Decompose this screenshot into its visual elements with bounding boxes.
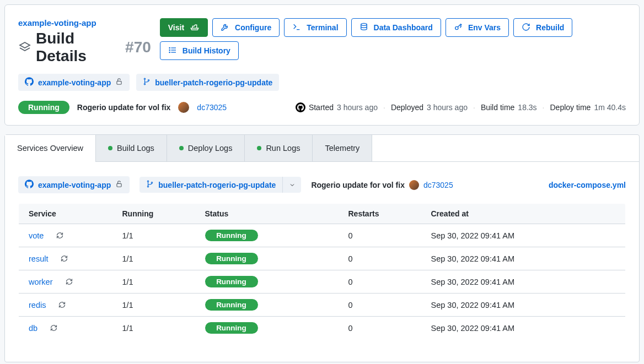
tab-telemetry[interactable]: Telemetry xyxy=(313,135,372,161)
status-pill: Running xyxy=(205,299,258,311)
data-dashboard-button[interactable]: Data Dashboard xyxy=(351,18,441,37)
cell-running: 1/1 xyxy=(112,317,195,340)
cell-restarts: 0 xyxy=(339,224,421,247)
github-icon xyxy=(25,180,34,190)
cell-running: 1/1 xyxy=(112,270,195,294)
compose-file-link[interactable]: docker-compose.yml xyxy=(549,181,626,189)
cell-restarts: 0 xyxy=(339,270,421,294)
services-card: Services Overview Build Logs Deploy Logs… xyxy=(4,134,640,362)
svg-rect-10 xyxy=(117,81,121,84)
github-avatar-icon xyxy=(296,102,305,112)
status-badge: Running xyxy=(18,101,69,114)
service-link[interactable]: vote xyxy=(29,231,44,240)
title-block: example-voting-app Build Details #70 xyxy=(18,18,151,65)
branch-icon xyxy=(146,180,154,189)
table-row: redis1/1Running0Sep 30, 2022 09:41 AM xyxy=(19,294,626,317)
service-link[interactable]: result xyxy=(29,254,48,263)
svg-point-16 xyxy=(148,186,149,187)
filter-commit-hash-link[interactable]: dc73025 xyxy=(423,181,453,189)
rebuild-button[interactable]: Rebuild xyxy=(513,18,572,37)
unlock-icon xyxy=(115,180,123,189)
filter-row: example-voting-app bueller-patch-rogerio… xyxy=(18,176,626,193)
repo-branch-row: example-voting-app bueller-patch-rogerio… xyxy=(18,74,626,91)
visit-button[interactable]: Visit xyxy=(160,18,208,37)
status-pill: Running xyxy=(205,230,258,241)
cell-running: 1/1 xyxy=(112,294,195,317)
configure-button[interactable]: Configure xyxy=(212,18,280,37)
database-icon xyxy=(359,23,368,33)
cell-created: Sep 30, 2022 09:41 AM xyxy=(421,294,626,317)
list-icon xyxy=(168,46,177,56)
unlock-icon xyxy=(115,78,123,87)
repo-pill[interactable]: example-voting-app xyxy=(18,74,130,91)
table-row: worker1/1Running0Sep 30, 2022 09:41 AM xyxy=(19,270,626,294)
filter-commit-info: Rogerio update for vol fix dc73025 xyxy=(311,180,453,190)
cell-restarts: 0 xyxy=(339,294,421,317)
wrench-icon xyxy=(221,23,229,33)
sync-icon[interactable] xyxy=(50,324,58,332)
timing-info: Started 3 hours ago · Deployed3 hours ag… xyxy=(296,102,626,112)
th-created: Created at xyxy=(421,204,626,224)
svg-rect-14 xyxy=(117,183,121,187)
status-dot-icon xyxy=(257,146,261,150)
service-link[interactable]: worker xyxy=(29,278,53,286)
sync-icon[interactable] xyxy=(65,278,73,286)
table-row: result1/1Running0Sep 30, 2022 09:41 AM xyxy=(19,247,626,270)
author-avatar xyxy=(178,102,189,113)
author-avatar xyxy=(409,180,419,190)
app-link[interactable]: example-voting-app xyxy=(18,18,96,28)
svg-point-9 xyxy=(169,52,170,52)
chevron-down-icon[interactable] xyxy=(282,177,301,193)
commit-message: Rogerio update for vol fix xyxy=(77,103,171,112)
svg-point-17 xyxy=(152,182,153,183)
sync-icon[interactable] xyxy=(60,254,68,263)
service-link[interactable]: db xyxy=(29,324,37,333)
cell-created: Sep 30, 2022 09:41 AM xyxy=(421,270,626,294)
meta-row: Running Rogerio update for vol fix dc730… xyxy=(18,101,626,114)
status-pill: Running xyxy=(205,276,258,287)
status-pill: Running xyxy=(205,322,258,334)
tab-bar: Services Overview Build Logs Deploy Logs… xyxy=(5,135,639,162)
key-icon xyxy=(454,23,463,33)
build-header-card: example-voting-app Build Details #70 Vis… xyxy=(4,4,640,126)
svg-marker-0 xyxy=(20,42,30,48)
build-history-button[interactable]: Build History xyxy=(160,41,239,60)
status-dot-icon xyxy=(108,146,112,150)
cell-created: Sep 30, 2022 09:41 AM xyxy=(421,317,626,340)
terminal-button[interactable]: Terminal xyxy=(284,18,346,37)
env-vars-button[interactable]: Env Vars xyxy=(446,18,509,37)
terminal-icon xyxy=(292,23,301,33)
cell-running: 1/1 xyxy=(112,247,195,270)
build-number: #70 xyxy=(125,39,151,56)
svg-point-12 xyxy=(144,84,146,85)
filter-repo-pill[interactable]: example-voting-app xyxy=(18,176,130,193)
cell-running: 1/1 xyxy=(112,224,195,247)
table-row: vote1/1Running0Sep 30, 2022 09:41 AM xyxy=(19,224,626,247)
svg-point-7 xyxy=(169,47,170,48)
table-row: db1/1Running0Sep 30, 2022 09:41 AM xyxy=(19,317,626,340)
sync-icon[interactable] xyxy=(56,231,64,240)
action-bar: Visit Configure Terminal xyxy=(160,18,626,60)
cell-created: Sep 30, 2022 09:41 AM xyxy=(421,247,626,270)
commit-hash-link[interactable]: dc73025 xyxy=(197,103,227,112)
tab-run-logs[interactable]: Run Logs xyxy=(245,135,313,161)
svg-point-2 xyxy=(361,23,367,25)
service-link[interactable]: redis xyxy=(29,301,46,309)
page-title: Build Details #70 xyxy=(18,30,151,65)
cell-restarts: 0 xyxy=(339,247,421,270)
status-pill: Running xyxy=(205,253,258,264)
th-status: Status xyxy=(195,204,339,224)
tab-build-logs[interactable]: Build Logs xyxy=(96,135,167,161)
filter-branch-select[interactable]: bueller-patch-rogerio-pg-update xyxy=(139,177,301,193)
branch-icon xyxy=(143,78,151,87)
sync-icon[interactable] xyxy=(58,301,66,309)
tab-deploy-logs[interactable]: Deploy Logs xyxy=(167,135,245,161)
refresh-icon xyxy=(522,23,530,33)
branch-pill[interactable]: bueller-patch-rogerio-pg-update xyxy=(136,74,279,91)
tab-services-overview[interactable]: Services Overview xyxy=(5,135,96,161)
services-table: Service Running Status Restarts Created … xyxy=(18,203,626,340)
svg-point-8 xyxy=(169,50,170,50)
github-icon xyxy=(25,77,34,88)
th-service: Service xyxy=(19,204,112,224)
cell-created: Sep 30, 2022 09:41 AM xyxy=(421,224,626,247)
